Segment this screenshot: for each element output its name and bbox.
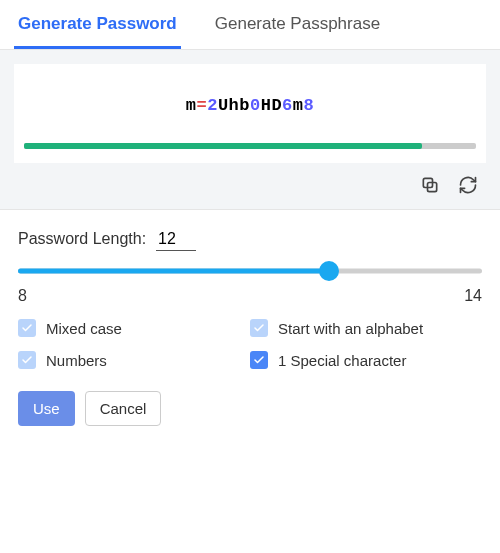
- use-button[interactable]: Use: [18, 391, 75, 426]
- length-max: 14: [464, 287, 482, 305]
- cancel-button[interactable]: Cancel: [85, 391, 162, 426]
- length-input[interactable]: [156, 230, 196, 251]
- checkbox-label: 1 Special character: [278, 352, 406, 369]
- strength-meter: [24, 143, 476, 149]
- checkbox-label: Mixed case: [46, 320, 122, 337]
- strength-meter-fill: [24, 143, 422, 149]
- length-slider[interactable]: [18, 259, 482, 283]
- generated-password: m=2Uhb0HD6m8: [24, 96, 476, 115]
- checkbox-numbers[interactable]: Numbers: [18, 351, 250, 369]
- options-panel: Password Length: 8 14 Mixed case Start w…: [0, 210, 500, 440]
- slider-thumb[interactable]: [319, 261, 339, 281]
- check-icon: [250, 319, 268, 337]
- password-display-box: m=2Uhb0HD6m8: [14, 64, 486, 163]
- copy-icon[interactable]: [418, 173, 442, 197]
- check-icon: [18, 319, 36, 337]
- check-icon: [18, 351, 36, 369]
- tab-generate-password[interactable]: Generate Password: [14, 0, 181, 49]
- tab-bar: Generate Password Generate Passphrase: [0, 0, 500, 50]
- password-preview-area: m=2Uhb0HD6m8: [0, 50, 500, 210]
- length-label: Password Length:: [18, 230, 146, 248]
- length-min: 8: [18, 287, 27, 305]
- checkbox-mixed-case[interactable]: Mixed case: [18, 319, 250, 337]
- check-icon: [250, 351, 268, 369]
- checkbox-label: Start with an alphabet: [278, 320, 423, 337]
- slider-fill: [18, 269, 329, 274]
- tab-generate-passphrase[interactable]: Generate Passphrase: [211, 0, 384, 49]
- checkbox-special[interactable]: 1 Special character: [250, 351, 482, 369]
- checkbox-label: Numbers: [46, 352, 107, 369]
- refresh-icon[interactable]: [456, 173, 480, 197]
- checkbox-start-alpha[interactable]: Start with an alphabet: [250, 319, 482, 337]
